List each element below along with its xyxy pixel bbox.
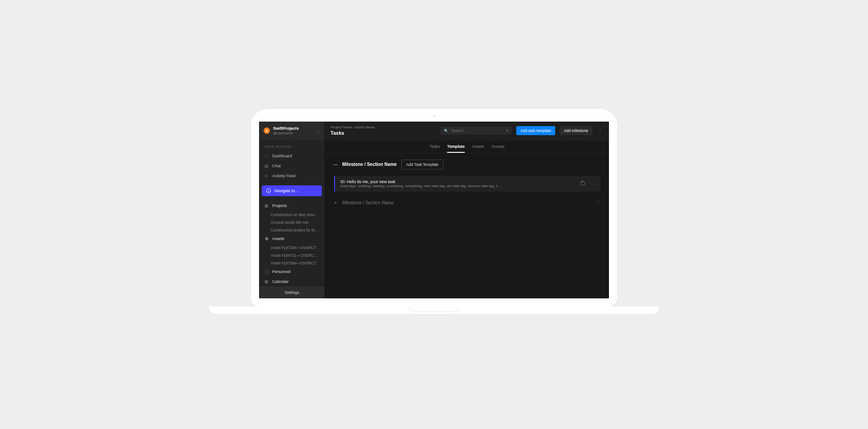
page-title: Tasks bbox=[330, 130, 375, 136]
task-card[interactable]: ID: Hello its me, your new task Data tag… bbox=[334, 176, 601, 192]
target-icon: • bbox=[266, 189, 271, 193]
topbar: Project Name / Asset Name Tasks 🔍 ≡ Add … bbox=[325, 122, 609, 141]
tab-assets[interactable]: Assets bbox=[472, 141, 484, 153]
search-input[interactable] bbox=[451, 128, 503, 133]
folder-icon[interactable] bbox=[580, 182, 585, 185]
add-milestone-row[interactable]: + Milestone / Section Name ⋮ bbox=[333, 200, 601, 206]
sidebar-item-activity[interactable]: ≡ Activity Feed bbox=[259, 171, 325, 181]
search-input-wrap[interactable]: 🔍 ≡ bbox=[440, 127, 512, 135]
chevron-down-icon[interactable]: ⌄ bbox=[316, 128, 320, 133]
filter-icon[interactable]: ≡ bbox=[506, 128, 508, 133]
breadcrumb: Project Name / Asset Name Tasks bbox=[330, 125, 375, 137]
calendar-icon: ▦ bbox=[264, 280, 269, 284]
add-milestone-label: Milestone / Section Name bbox=[342, 200, 394, 205]
group-label: Assets bbox=[272, 236, 284, 241]
brand-username: @username bbox=[273, 131, 313, 136]
content: — Milestone / Section Name Add Task Temp… bbox=[325, 153, 609, 298]
grid-icon: ▦ bbox=[264, 204, 269, 208]
cube-icon: ⬢ bbox=[264, 237, 269, 241]
milestone-header: — Milestone / Section Name Add Task Temp… bbox=[333, 160, 601, 170]
sidebar-subitem-asset[interactable]: Asset #187384—CNSRCT bbox=[259, 259, 325, 267]
chat-icon: ▤ bbox=[264, 164, 269, 168]
milestone-name: Milestone / Section Name bbox=[342, 162, 397, 167]
tab-tasks[interactable]: Tasks bbox=[429, 141, 440, 153]
sidebar-group-assets[interactable]: ⬢ Assets bbox=[259, 234, 325, 244]
task-tags-prefix: Data tags: bbox=[340, 184, 357, 188]
settings-label: Settings bbox=[284, 290, 299, 295]
sidebar-item-calendar[interactable]: ▦ Calendar bbox=[259, 277, 325, 287]
task-actions: - bbox=[580, 181, 595, 186]
group-label: Projects bbox=[272, 203, 287, 208]
navigate-label: Navigate to... bbox=[274, 189, 298, 193]
task-title: ID: Hello its me, your new task bbox=[340, 179, 575, 184]
task-tags: Data tags: building, datatag, something,… bbox=[340, 184, 575, 188]
tab-access[interactable]: Access bbox=[491, 141, 505, 153]
sidebar-item-label: Calendar bbox=[272, 279, 289, 284]
person-icon: ◯ bbox=[264, 270, 269, 274]
sidebar-item-personnel[interactable]: ◯ Personnel bbox=[259, 267, 325, 277]
app-screen: S SwiftProjects @username ⌄ USER SECTION… bbox=[259, 122, 609, 298]
avatar: S bbox=[264, 127, 270, 134]
laptop-lid: S SwiftProjects @username ⌄ USER SECTION… bbox=[251, 109, 617, 306]
sidebar-group-projects[interactable]: ▦ Projects bbox=[259, 201, 325, 211]
brand-meta: SwiftProjects @username bbox=[273, 126, 313, 135]
add-task-template-inline-button[interactable]: Add Task Template bbox=[401, 160, 444, 170]
add-task-template-button[interactable]: Add task template bbox=[516, 126, 555, 135]
task-dash: - bbox=[594, 181, 595, 186]
tabs: Tasks Template Assets Access bbox=[325, 141, 609, 153]
list-icon: ≡ bbox=[264, 174, 269, 178]
plus-icon: + bbox=[333, 200, 338, 205]
section-label: USER SECTION bbox=[259, 140, 325, 151]
laptop-base bbox=[251, 306, 617, 320]
navigate-to-button[interactable]: • Navigate to... bbox=[262, 185, 322, 196]
more-icon[interactable]: ⋮ bbox=[596, 200, 601, 206]
sidebar: S SwiftProjects @username ⌄ USER SECTION… bbox=[259, 122, 325, 298]
sidebar-item-dashboard[interactable]: ⌂ Dashboard bbox=[259, 151, 325, 161]
collapse-icon[interactable]: — bbox=[333, 162, 338, 167]
laptop-mockup: S SwiftProjects @username ⌄ USER SECTION… bbox=[251, 109, 617, 320]
brand-header[interactable]: S SwiftProjects @username ⌄ bbox=[259, 122, 325, 140]
task-body: ID: Hello its me, your new task Data tag… bbox=[340, 179, 575, 188]
laptop-notch bbox=[409, 306, 459, 312]
main: Project Name / Asset Name Tasks 🔍 ≡ Add … bbox=[325, 122, 609, 298]
sidebar-subitem-asset[interactable]: Asset #184721—CNSRCT/5AA bbox=[259, 251, 325, 259]
sidebar-item-label: Personnel bbox=[272, 269, 291, 274]
sidebar-subitem-asset[interactable]: Asset #187384—CNSRCT bbox=[259, 244, 325, 251]
more-icon[interactable]: ⋮ bbox=[597, 128, 604, 134]
add-milestone-button[interactable]: Add milestone bbox=[560, 126, 592, 135]
sidebar-item-chat[interactable]: ▤ Chat bbox=[259, 161, 325, 171]
home-icon: ⌂ bbox=[264, 154, 269, 158]
sidebar-item-label: Chat bbox=[272, 164, 281, 168]
sidebar-item-label: Dashboard bbox=[272, 154, 292, 158]
sidebar-subitem-project[interactable]: Construction on Bay Area Lake... bbox=[259, 211, 325, 218]
camera-dot bbox=[433, 115, 435, 117]
sidebar-item-label: Activity Feed bbox=[272, 174, 296, 178]
sidebar-subitem-project[interactable]: Ground works 5th Ave bbox=[259, 218, 325, 226]
sidebar-settings[interactable]: Settings bbox=[259, 287, 325, 298]
search-icon: 🔍 bbox=[444, 129, 448, 133]
sidebar-subitem-project[interactable]: Construction project for big de... bbox=[259, 226, 325, 234]
breadcrumb-path[interactable]: Project Name / Asset Name bbox=[330, 125, 375, 130]
task-tags-values: building, datatag, something, everything… bbox=[358, 184, 502, 188]
brand-name: SwiftProjects bbox=[273, 126, 313, 131]
tab-template[interactable]: Template bbox=[447, 141, 465, 153]
